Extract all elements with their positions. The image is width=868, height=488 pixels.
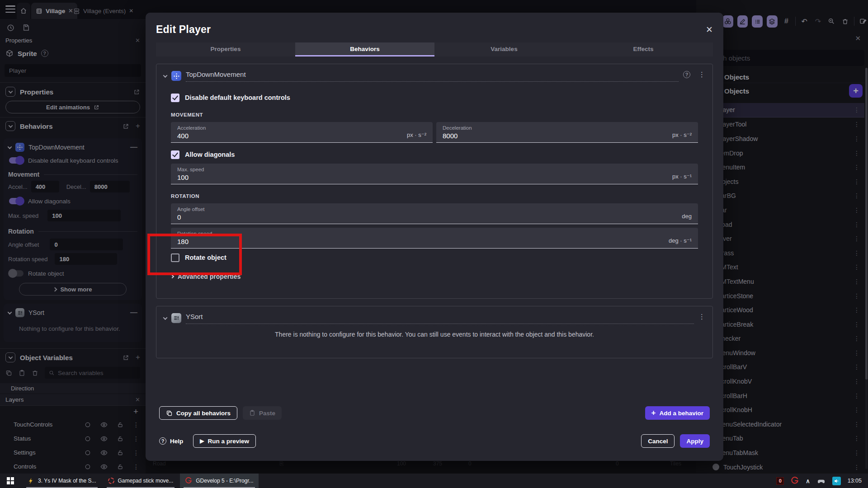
app-icon: [185, 477, 192, 484]
start-button[interactable]: [0, 474, 21, 488]
help-icon: ?: [159, 437, 166, 445]
tab-behaviors[interactable]: Behaviors: [295, 42, 434, 56]
rotation-speed-field[interactable]: Rotation speed 180 deg · s⁻¹: [171, 228, 698, 249]
copy-all-behaviors-button[interactable]: Copy all behaviors: [159, 406, 237, 420]
dialog-title: Edit Player: [156, 23, 211, 36]
behavior-menu-icon[interactable]: ⋮: [698, 313, 705, 321]
checkbox-checked-icon[interactable]: [171, 94, 179, 102]
advanced-properties-toggle[interactable]: Advanced properties: [171, 273, 698, 280]
app-icon: [28, 478, 34, 484]
close-dialog-icon[interactable]: ✕: [706, 24, 713, 35]
plus-icon: +: [651, 408, 656, 418]
paste-button[interactable]: Paste: [243, 406, 282, 420]
movement-section-label: MOVEMENT: [171, 112, 698, 118]
play-icon: ▶: [200, 438, 204, 444]
help-icon[interactable]: ?: [683, 71, 690, 78]
rotation-section-label: ROTATION: [171, 193, 698, 200]
max-speed-field[interactable]: Max. speed 100 px · s⁻¹: [171, 164, 698, 184]
cancel-button[interactable]: Cancel: [641, 434, 675, 448]
copy-icon: [166, 410, 173, 417]
taskbar-item-label: GDevelop 5 - E:\Progr...: [196, 478, 253, 484]
annotation-highlight-box: [147, 234, 242, 275]
taskbar-item[interactable]: 3. Ys IV Mask of the S...: [23, 474, 101, 488]
taskbar-item[interactable]: Gamepad stick move...: [103, 474, 179, 488]
taskbar-items: 3. Ys IV Mask of the S... Gamepad stick …: [21, 474, 259, 488]
dialog-tabs: Properties Behaviors Variables Effects: [156, 42, 713, 56]
deceleration-field[interactable]: Deceleration 8000 px · s⁻²: [436, 122, 698, 143]
gamepad-tray-icon[interactable]: [817, 477, 826, 485]
taskbar-item-label: Gamepad stick move...: [118, 478, 174, 484]
angle-offset-field[interactable]: Angle offset 0 deg: [171, 203, 698, 224]
tab-effects[interactable]: Effects: [574, 42, 713, 56]
paste-icon: [249, 410, 255, 416]
ysort-behavior-icon: [171, 313, 181, 323]
behavior-menu-icon[interactable]: ⋮: [698, 70, 705, 79]
tray-counter-icon[interactable]: 0: [776, 477, 784, 485]
run-a-preview-button[interactable]: ▶ Run a preview: [193, 434, 256, 448]
topdown-behavior-icon: [171, 71, 181, 81]
allow-diagonals-checkbox-row[interactable]: Allow diagonals: [171, 150, 698, 159]
volume-icon[interactable]: [832, 477, 841, 485]
apply-button[interactable]: Apply: [680, 434, 710, 448]
checkbox-checked-icon[interactable]: [171, 150, 179, 159]
clock: 13:05: [848, 478, 862, 484]
tab-variables[interactable]: Variables: [434, 42, 574, 56]
gdevelop-tray-icon[interactable]: [791, 477, 799, 485]
taskbar-item[interactable]: GDevelop 5 - E:\Progr...: [180, 474, 258, 488]
behavior-name: YSort: [186, 313, 694, 324]
collapse-icon[interactable]: [163, 315, 168, 320]
windows-taskbar: 3. Ys IV Mask of the S... Gamepad stick …: [0, 474, 868, 488]
ysort-behavior-section: YSort ⋮ There is nothing to configure fo…: [156, 306, 713, 358]
disable-keyboard-checkbox-row[interactable]: Disable default keyboard controls: [171, 93, 698, 102]
collapse-icon[interactable]: [163, 73, 168, 78]
ysort-empty-message: There is nothing to configure for this b…: [156, 331, 712, 338]
app-icon: [108, 478, 114, 484]
behavior-name: TopDownMovement: [186, 70, 679, 82]
rotate-object-checkbox-row[interactable]: Rotate object: [171, 253, 698, 262]
tab-properties[interactable]: Properties: [156, 42, 295, 56]
add-a-behavior-button[interactable]: + Add a behavior: [645, 406, 710, 420]
taskbar-item-label: 3. Ys IV Mask of the S...: [38, 478, 96, 484]
help-button[interactable]: ? Help: [159, 437, 183, 445]
tray-expand-icon[interactable]: ∧: [806, 478, 810, 484]
acceleration-field[interactable]: Acceleration 400 px · s⁻²: [171, 122, 433, 143]
